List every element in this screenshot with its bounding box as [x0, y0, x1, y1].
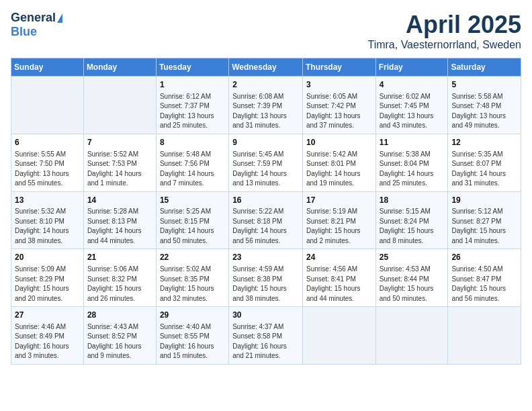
calendar-cell: 6Sunrise: 5:55 AM Sunset: 7:50 PM Daylig… [11, 134, 84, 191]
day-number: 15 [160, 195, 225, 206]
calendar-cell: 13Sunrise: 5:32 AM Sunset: 8:10 PM Dayli… [11, 191, 84, 249]
day-detail: Sunrise: 5:55 AM Sunset: 7:50 PM Dayligh… [15, 150, 80, 189]
day-detail: Sunrise: 6:12 AM Sunset: 7:37 PM Dayligh… [160, 92, 225, 131]
day-detail: Sunrise: 6:08 AM Sunset: 7:39 PM Dayligh… [232, 92, 299, 131]
calendar-week-row: 6Sunrise: 5:55 AM Sunset: 7:50 PM Daylig… [11, 134, 521, 191]
calendar-cell: 3Sunrise: 6:05 AM Sunset: 7:42 PM Daylig… [302, 77, 375, 134]
calendar-table: SundayMondayTuesdayWednesdayThursdayFrid… [11, 58, 521, 365]
day-detail: Sunrise: 4:46 AM Sunset: 8:49 PM Dayligh… [15, 322, 80, 361]
page-header: General Blue April 2025 Timra, Vaesterno… [11, 11, 521, 51]
calendar-cell [302, 307, 375, 365]
calendar-cell: 24Sunrise: 4:56 AM Sunset: 8:41 PM Dayli… [302, 249, 375, 307]
day-detail: Sunrise: 4:50 AM Sunset: 8:47 PM Dayligh… [451, 265, 517, 304]
weekday-header-friday: Friday [375, 58, 448, 77]
month-title: April 2025 [367, 11, 521, 39]
calendar-cell: 22Sunrise: 5:02 AM Sunset: 8:35 PM Dayli… [156, 249, 228, 307]
calendar-cell: 8Sunrise: 5:48 AM Sunset: 7:56 PM Daylig… [156, 134, 228, 191]
day-detail: Sunrise: 4:43 AM Sunset: 8:52 PM Dayligh… [87, 322, 152, 361]
day-detail: Sunrise: 5:22 AM Sunset: 8:18 PM Dayligh… [232, 207, 299, 246]
day-detail: Sunrise: 6:02 AM Sunset: 7:45 PM Dayligh… [380, 92, 445, 131]
calendar-week-row: 1Sunrise: 6:12 AM Sunset: 7:37 PM Daylig… [11, 77, 521, 134]
calendar-cell: 11Sunrise: 5:38 AM Sunset: 8:04 PM Dayli… [375, 134, 448, 191]
day-number: 16 [232, 195, 299, 206]
day-detail: Sunrise: 5:45 AM Sunset: 7:59 PM Dayligh… [232, 150, 299, 189]
day-detail: Sunrise: 5:42 AM Sunset: 8:01 PM Dayligh… [306, 150, 372, 189]
calendar-cell: 9Sunrise: 5:45 AM Sunset: 7:59 PM Daylig… [229, 134, 303, 191]
calendar-cell: 1Sunrise: 6:12 AM Sunset: 7:37 PM Daylig… [156, 77, 228, 134]
day-number: 29 [160, 310, 225, 321]
calendar-cell: 14Sunrise: 5:28 AM Sunset: 8:13 PM Dayli… [83, 191, 156, 249]
logo-blue-text: Blue [11, 25, 37, 39]
day-detail: Sunrise: 5:19 AM Sunset: 8:21 PM Dayligh… [306, 207, 372, 246]
day-number: 28 [87, 310, 152, 321]
weekday-header-wednesday: Wednesday [229, 58, 303, 77]
day-number: 24 [306, 252, 372, 263]
day-number: 11 [380, 137, 445, 148]
day-number: 27 [15, 310, 80, 321]
calendar-cell: 2Sunrise: 6:08 AM Sunset: 7:39 PM Daylig… [229, 77, 303, 134]
calendar-week-row: 20Sunrise: 5:09 AM Sunset: 8:29 PM Dayli… [11, 249, 521, 307]
day-number: 6 [15, 137, 80, 148]
calendar-cell: 4Sunrise: 6:02 AM Sunset: 7:45 PM Daylig… [375, 77, 448, 134]
day-number: 7 [87, 137, 152, 148]
weekday-header-thursday: Thursday [302, 58, 375, 77]
day-detail: Sunrise: 4:37 AM Sunset: 8:58 PM Dayligh… [232, 322, 299, 361]
day-detail: Sunrise: 5:35 AM Sunset: 8:07 PM Dayligh… [451, 150, 517, 189]
weekday-header-tuesday: Tuesday [156, 58, 228, 77]
calendar-cell [83, 77, 156, 134]
day-number: 19 [451, 195, 517, 206]
day-number: 26 [451, 252, 517, 263]
day-detail: Sunrise: 5:32 AM Sunset: 8:10 PM Dayligh… [15, 207, 80, 246]
day-number: 9 [232, 137, 299, 148]
day-detail: Sunrise: 6:05 AM Sunset: 7:42 PM Dayligh… [306, 92, 372, 131]
calendar-cell: 29Sunrise: 4:40 AM Sunset: 8:55 PM Dayli… [156, 307, 228, 365]
calendar-cell: 16Sunrise: 5:22 AM Sunset: 8:18 PM Dayli… [229, 191, 303, 249]
calendar-cell: 30Sunrise: 4:37 AM Sunset: 8:58 PM Dayli… [229, 307, 303, 365]
day-number: 30 [232, 310, 299, 321]
weekday-header-saturday: Saturday [448, 58, 521, 77]
day-number: 1 [160, 79, 225, 91]
day-detail: Sunrise: 5:15 AM Sunset: 8:24 PM Dayligh… [380, 207, 445, 246]
day-detail: Sunrise: 5:12 AM Sunset: 8:27 PM Dayligh… [451, 207, 517, 246]
calendar-cell: 15Sunrise: 5:25 AM Sunset: 8:15 PM Dayli… [156, 191, 228, 249]
day-number: 22 [160, 252, 225, 263]
day-detail: Sunrise: 5:52 AM Sunset: 7:53 PM Dayligh… [87, 150, 152, 189]
weekday-header-sunday: Sunday [11, 58, 84, 77]
calendar-cell: 17Sunrise: 5:19 AM Sunset: 8:21 PM Dayli… [302, 191, 375, 249]
weekday-header-row: SundayMondayTuesdayWednesdayThursdayFrid… [11, 58, 521, 77]
day-detail: Sunrise: 5:25 AM Sunset: 8:15 PM Dayligh… [160, 207, 225, 246]
calendar-cell: 20Sunrise: 5:09 AM Sunset: 8:29 PM Dayli… [11, 249, 84, 307]
calendar-cell: 21Sunrise: 5:06 AM Sunset: 8:32 PM Dayli… [83, 249, 156, 307]
calendar-cell: 5Sunrise: 5:58 AM Sunset: 7:48 PM Daylig… [448, 77, 521, 134]
day-number: 14 [87, 195, 152, 206]
day-number: 13 [15, 195, 80, 206]
day-number: 23 [232, 252, 299, 263]
day-number: 12 [451, 137, 517, 148]
location-title: Timra, Vaesternorrland, Sweden [367, 39, 521, 51]
day-number: 8 [160, 137, 225, 148]
day-number: 17 [306, 195, 372, 206]
day-detail: Sunrise: 5:38 AM Sunset: 8:04 PM Dayligh… [380, 150, 445, 189]
day-detail: Sunrise: 5:48 AM Sunset: 7:56 PM Dayligh… [160, 150, 225, 189]
day-number: 4 [380, 79, 445, 91]
calendar-cell: 12Sunrise: 5:35 AM Sunset: 8:07 PM Dayli… [448, 134, 521, 191]
calendar-cell: 7Sunrise: 5:52 AM Sunset: 7:53 PM Daylig… [83, 134, 156, 191]
weekday-header-monday: Monday [83, 58, 156, 77]
day-number: 25 [380, 252, 445, 263]
day-number: 21 [87, 252, 152, 263]
day-detail: Sunrise: 5:06 AM Sunset: 8:32 PM Dayligh… [87, 265, 152, 304]
calendar-cell: 23Sunrise: 4:59 AM Sunset: 8:38 PM Dayli… [229, 249, 303, 307]
calendar-week-row: 13Sunrise: 5:32 AM Sunset: 8:10 PM Dayli… [11, 191, 521, 249]
day-detail: Sunrise: 5:58 AM Sunset: 7:48 PM Dayligh… [451, 92, 517, 131]
calendar-cell: 28Sunrise: 4:43 AM Sunset: 8:52 PM Dayli… [83, 307, 156, 365]
day-number: 3 [306, 79, 372, 91]
day-number: 2 [232, 79, 299, 91]
day-detail: Sunrise: 4:56 AM Sunset: 8:41 PM Dayligh… [306, 265, 372, 304]
day-detail: Sunrise: 5:09 AM Sunset: 8:29 PM Dayligh… [15, 265, 80, 304]
calendar-cell: 18Sunrise: 5:15 AM Sunset: 8:24 PM Dayli… [375, 191, 448, 249]
calendar-week-row: 27Sunrise: 4:46 AM Sunset: 8:49 PM Dayli… [11, 307, 521, 365]
day-number: 18 [380, 195, 445, 206]
day-number: 10 [306, 137, 372, 148]
day-detail: Sunrise: 4:59 AM Sunset: 8:38 PM Dayligh… [232, 265, 299, 304]
calendar-cell: 25Sunrise: 4:53 AM Sunset: 8:44 PM Dayli… [375, 249, 448, 307]
